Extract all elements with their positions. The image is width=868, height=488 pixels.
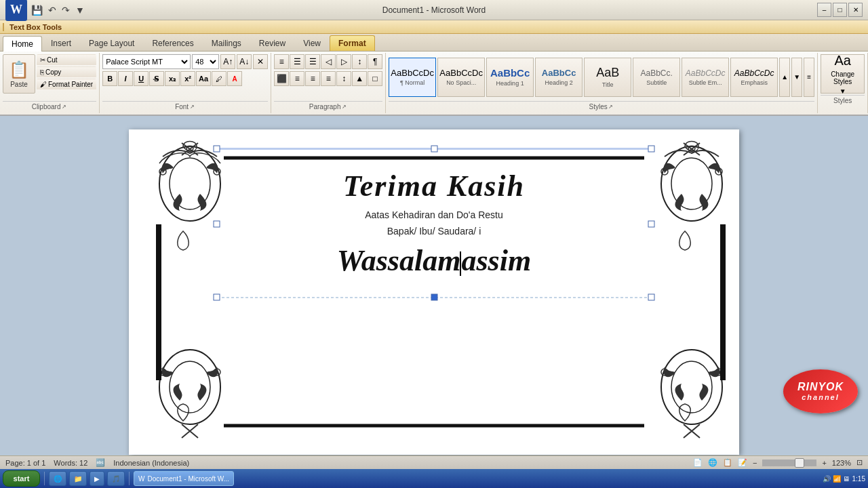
svg-rect-16: [156, 333, 161, 380]
sort-button[interactable]: ↕: [352, 54, 367, 69]
word-app-icon: W: [138, 475, 144, 483]
grow-icon: A↑: [223, 57, 233, 66]
page-info: Page: 1 of 1: [5, 459, 45, 467]
tab-home[interactable]: Home: [3, 36, 42, 52]
align-right-button[interactable]: ≡: [305, 71, 320, 86]
cut-label: Cut: [47, 56, 58, 64]
restore-button[interactable]: □: [833, 3, 847, 17]
line-spacing-button[interactable]: ↕: [336, 71, 351, 86]
shading-button[interactable]: ▲: [352, 71, 367, 86]
tab-page-layout[interactable]: Page Layout: [80, 35, 143, 51]
style-item-subtle-em[interactable]: AaBbCcDc Subtle Em...: [682, 58, 729, 97]
clipboard-group: 📋 Paste ✂ Cut ⎘ Copy 🖌 Format Painter C: [0, 53, 100, 113]
styles-expand[interactable]: ↗: [608, 104, 614, 110]
svg-point-15: [214, 369, 220, 375]
bold-button[interactable]: B: [102, 71, 117, 86]
style-item-title[interactable]: AaB Title: [584, 58, 631, 97]
svg-rect-22: [217, 148, 651, 150]
view-draft-icon[interactable]: 📝: [738, 458, 747, 467]
align-center-button[interactable]: ≡: [290, 71, 304, 86]
increase-indent-button[interactable]: ▷: [336, 54, 351, 69]
italic-button[interactable]: I: [118, 71, 133, 86]
taskbar-icon-explorer[interactable]: 📁: [69, 471, 87, 486]
style-item-h2[interactable]: AaBbCc Heading 2: [535, 58, 583, 97]
clipboard-content: 📋 Paste ✂ Cut ⎘ Copy 🖌 Format Painter: [3, 54, 96, 100]
undo-button[interactable]: ↶: [47, 3, 58, 17]
format-painter-button[interactable]: 🖌 Format Painter: [37, 79, 96, 90]
superscript-button[interactable]: x²: [180, 71, 195, 86]
tab-format[interactable]: Format: [330, 35, 375, 51]
view-normal-icon[interactable]: 📄: [693, 458, 703, 467]
taskbar-icon-media[interactable]: 🎵: [107, 471, 125, 486]
style-item-h1[interactable]: AaBbCc Heading 1: [486, 58, 534, 97]
style-item-emphasis[interactable]: AaBbCcDc Emphasis: [730, 58, 778, 97]
cut-button[interactable]: ✂ Cut: [37, 54, 96, 66]
redo-button[interactable]: ↷: [60, 3, 71, 17]
view-web-icon[interactable]: 🌐: [708, 458, 717, 467]
increase-indent-icon: ▷: [341, 57, 347, 66]
close-button[interactable]: ✕: [848, 3, 863, 17]
align-left-button[interactable]: ⬛: [274, 71, 289, 86]
start-button[interactable]: start: [3, 470, 40, 487]
taskbar-icon-ie[interactable]: 🌐: [49, 471, 66, 486]
tab-references[interactable]: References: [143, 35, 202, 51]
clipboard-expand[interactable]: ↗: [60, 104, 67, 110]
minimize-button[interactable]: –: [817, 3, 831, 17]
justify-button[interactable]: ≡: [321, 71, 336, 86]
tab-mailings[interactable]: Mailings: [203, 35, 250, 51]
view-outline-icon[interactable]: 📋: [723, 458, 732, 467]
borders-button[interactable]: □: [368, 71, 382, 86]
svg-rect-27: [214, 294, 220, 300]
styles-scroll-more[interactable]: ≡: [804, 58, 814, 97]
save-button[interactable]: 💾: [30, 3, 44, 17]
style-item-normal[interactable]: AaBbCcDc ¶ Normal: [389, 58, 436, 97]
paste-button[interactable]: 📋 Paste: [3, 54, 35, 94]
styles-scroll-up[interactable]: ▲: [779, 58, 790, 97]
strikethrough-button[interactable]: S̶: [149, 71, 164, 86]
show-hide-button[interactable]: ¶: [368, 54, 382, 69]
underline-button[interactable]: U: [134, 71, 149, 86]
numbering-button[interactable]: ☰: [290, 54, 304, 69]
taskbar-icon-winamp[interactable]: ▶: [90, 471, 104, 486]
tab-review[interactable]: Review: [250, 35, 294, 51]
rinyok-name: RINYOK: [797, 381, 844, 393]
title-center: Document1 - Microsoft Word: [382, 5, 486, 15]
taskbar-word-button[interactable]: W Document1 - Microsoft W...: [134, 471, 234, 486]
font-color-button[interactable]: A: [227, 71, 242, 86]
bullets-button[interactable]: ≡: [274, 54, 289, 69]
svg-point-20: [715, 369, 722, 375]
multilevel-button[interactable]: ☰: [305, 54, 320, 69]
svg-point-17: [661, 350, 722, 424]
document-page[interactable]: Terima Kasih Aatas Kehadiran dan Do'a Re…: [129, 129, 739, 455]
highlight-icon: 🖊: [216, 75, 222, 83]
decrease-indent-button[interactable]: ◁: [321, 54, 336, 69]
font-size-select[interactable]: 48: [192, 54, 219, 69]
highlight-button[interactable]: 🖊: [212, 71, 226, 86]
styles-scroll-down[interactable]: ▼: [791, 58, 802, 97]
quick-access-dropdown[interactable]: ▼: [74, 3, 86, 17]
zoom-in-button[interactable]: +: [822, 459, 826, 467]
change-styles-button[interactable]: Aa Change Styles ▼: [821, 54, 865, 94]
terima-kasih-text: Terima Kasih: [129, 169, 739, 203]
styles-content: AaBbCcDc ¶ Normal AaBbCcDc No Spaci... A…: [389, 54, 814, 100]
case-button[interactable]: Aa: [196, 71, 211, 86]
grow-font-button[interactable]: A↑: [220, 54, 235, 69]
font-expand[interactable]: ↗: [189, 104, 195, 110]
font-group: Palace Script MT 48 A↑ A↓ ✕ B I U S̶ x₂ …: [100, 53, 271, 113]
copy-icon: ⎘: [40, 68, 44, 76]
status-bar: Page: 1 of 1 Words: 12 🔤 Indonesian (Ind…: [0, 455, 868, 469]
clear-format-button[interactable]: ✕: [253, 54, 268, 69]
tab-view[interactable]: View: [294, 35, 330, 51]
fit-page-button[interactable]: ⊡: [856, 458, 863, 467]
tab-insert[interactable]: Insert: [42, 35, 80, 51]
style-item-no-space[interactable]: AaBbCcDc No Spaci...: [437, 58, 485, 97]
font-name-select[interactable]: Palace Script MT: [102, 54, 191, 69]
subscript-button[interactable]: x₂: [165, 71, 180, 86]
zoom-out-button[interactable]: −: [753, 459, 757, 467]
copy-button[interactable]: ⎘ Copy: [37, 66, 96, 78]
style-preview-subtle-em: AaBbCcDc: [684, 68, 727, 78]
paragraph-expand[interactable]: ↗: [340, 104, 347, 110]
shrink-font-button[interactable]: A↓: [237, 54, 252, 69]
word-icon: W: [5, 0, 27, 21]
style-item-subtitle[interactable]: AaBbCc. Subtitle: [633, 58, 680, 97]
